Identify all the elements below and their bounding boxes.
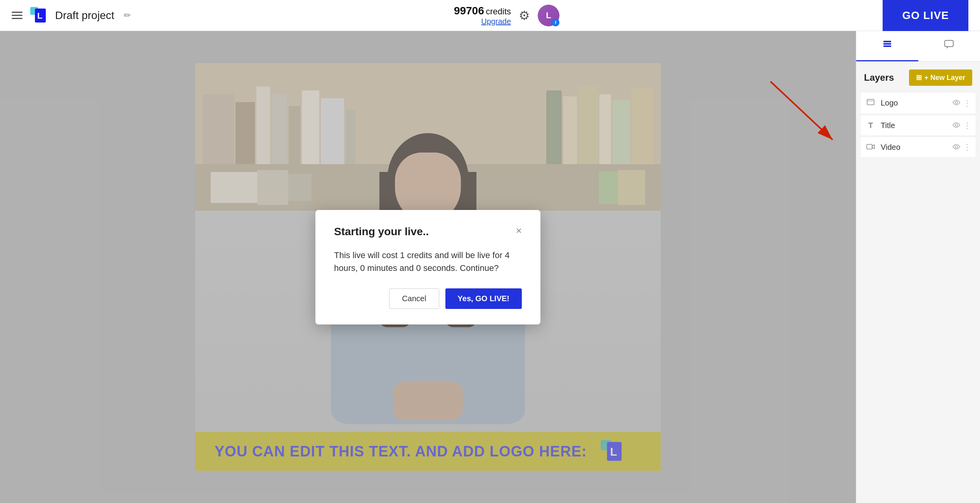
layer-video-name: Video (881, 143, 948, 152)
layer-video-type-icon (865, 143, 876, 152)
layer-title-more[interactable]: ⋮ (963, 121, 971, 130)
project-title: Draft project (55, 9, 114, 22)
layer-title-actions: ⋮ (952, 121, 971, 130)
header-center: 99706 credits Upgrade ⚙ L f (454, 5, 559, 26)
svg-rect-8 (883, 45, 891, 47)
cancel-button[interactable]: Cancel (389, 288, 439, 309)
dialog: Starting your live.. × This live will co… (315, 210, 540, 324)
svg-rect-16 (867, 144, 872, 149)
upgrade-link[interactable]: Upgrade (454, 17, 511, 26)
svg-point-15 (955, 124, 957, 126)
arrow-annotation (747, 70, 848, 157)
layer-item-logo: Logo ⋮ (860, 92, 976, 114)
credits-amount: 99706 (454, 5, 484, 17)
svg-rect-9 (883, 43, 891, 45)
dialog-actions: Cancel Yes, GO LIVE! (334, 288, 522, 309)
avatar[interactable]: L f (538, 5, 559, 26)
credits-section: 99706 credits Upgrade (454, 5, 511, 26)
right-panel: Layers ⊞ + New Layer Logo ⋮ (856, 31, 980, 503)
layer-title-name: Title (881, 121, 948, 130)
svg-point-17 (955, 146, 957, 148)
confirm-go-live-button[interactable]: Yes, GO LIVE! (445, 288, 522, 309)
layer-video-actions: ⋮ (952, 142, 971, 152)
tab-layers[interactable] (856, 31, 918, 61)
layer-item-title: T Title ⋮ (860, 115, 976, 136)
dialog-close-button[interactable]: × (516, 225, 522, 236)
header-left: L Draft project ✏ (12, 5, 131, 26)
layers-header: Layers ⊞ + New Layer (856, 62, 980, 92)
avatar-initials: L (546, 10, 551, 21)
layers-tab-icon (882, 39, 893, 52)
app-logo: L (29, 5, 49, 26)
layer-video-more[interactable]: ⋮ (963, 142, 971, 152)
layer-item-video: Video ⋮ (860, 137, 976, 158)
svg-rect-11 (945, 40, 953, 47)
modal-overlay: Starting your live.. × This live will co… (0, 31, 856, 503)
new-layer-plus: ⊞ (916, 73, 922, 82)
layer-title-type-icon: T (865, 121, 876, 130)
panel-tabs (856, 31, 980, 62)
new-layer-button[interactable]: ⊞ + New Layer (909, 69, 972, 86)
dialog-body: This live will cost 1 credits and will b… (334, 249, 522, 274)
svg-text:L: L (37, 11, 42, 21)
layer-logo-more[interactable]: ⋮ (963, 99, 971, 108)
layer-logo-name: Logo (881, 99, 948, 108)
layer-logo-type-icon (865, 98, 876, 108)
go-live-button[interactable]: GO LIVE (883, 0, 968, 31)
canvas-background: YOU CAN EDIT THIS TEXT. AND ADD LOGO HER… (0, 31, 856, 503)
dialog-header: Starting your live.. × (334, 225, 522, 238)
arrow-svg (747, 70, 848, 155)
chat-tab-icon (944, 39, 954, 52)
svg-line-7 (770, 82, 833, 140)
edit-title-icon[interactable]: ✏ (124, 10, 131, 21)
settings-icon[interactable]: ⚙ (519, 8, 530, 23)
layer-title-visibility[interactable] (952, 121, 960, 130)
tab-chat[interactable] (918, 31, 980, 61)
main-layout: YOU CAN EDIT THIS TEXT. AND ADD LOGO HER… (0, 31, 980, 503)
layer-video-visibility[interactable] (952, 143, 960, 151)
new-layer-label: + New Layer (924, 74, 965, 82)
layers-title: Layers (864, 72, 894, 83)
layer-logo-actions: ⋮ (952, 99, 971, 108)
credits-label: credits (486, 7, 511, 16)
canvas-area: YOU CAN EDIT THIS TEXT. AND ADD LOGO HER… (0, 31, 856, 503)
header: L Draft project ✏ 99706 credits Upgrade … (0, 0, 980, 31)
menu-button[interactable] (12, 12, 23, 19)
dialog-title: Starting your live.. (334, 225, 429, 238)
layer-list: Logo ⋮ T Title ⋮ (856, 92, 980, 158)
svg-point-14 (955, 101, 957, 104)
avatar-facebook-badge: f (552, 19, 559, 26)
layer-logo-visibility[interactable] (952, 99, 960, 107)
svg-rect-12 (867, 99, 874, 105)
svg-rect-10 (883, 41, 891, 42)
